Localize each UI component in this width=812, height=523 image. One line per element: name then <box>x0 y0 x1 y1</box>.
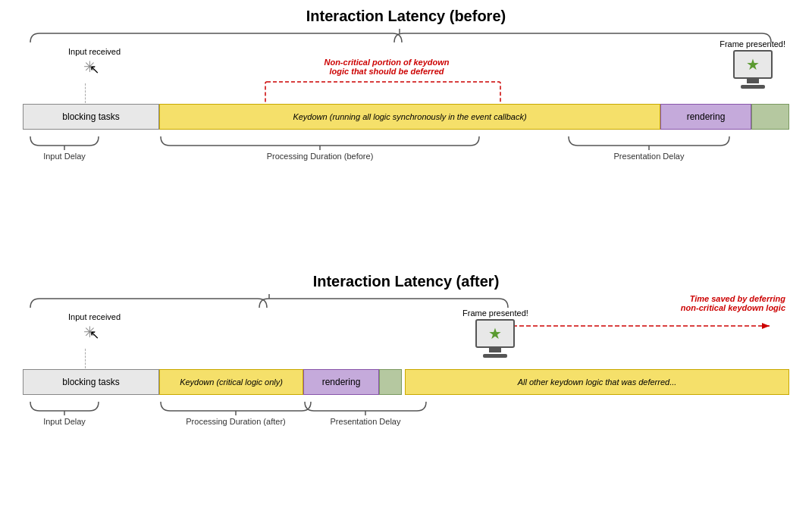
monitor-screen-after: ★ <box>475 319 515 348</box>
red-annotation-before: Non-critical portion of keydown logic th… <box>250 58 523 76</box>
frame-presented-label-before: Frame presented! <box>720 39 785 49</box>
rendering-block-after: rendering <box>303 369 379 395</box>
monitor-base-before <box>741 85 765 89</box>
red-arrow-after <box>23 318 789 334</box>
input-received-after: Input received ✳ ↖ <box>68 312 121 349</box>
before-title: Interaction Latency (before) <box>306 8 506 24</box>
svg-text:Processing Duration (after): Processing Duration (after) <box>186 417 285 426</box>
blocking-tasks-after: blocking tasks <box>23 369 159 395</box>
monitor-after: ★ <box>462 319 528 358</box>
cursor-icon-after: ↖ <box>89 327 99 342</box>
cursor-icon-before: ↖ <box>89 62 99 77</box>
dashed-line-after <box>85 349 86 368</box>
blocking-tasks-before: blocking tasks <box>23 104 159 130</box>
braces-before: Input Delay Processing Duration (before)… <box>23 130 789 161</box>
rendering-block-before: rendering <box>660 104 751 130</box>
dashed-line-before <box>85 83 86 103</box>
monitor-screen-before: ★ <box>733 50 773 79</box>
green-rendering-before <box>751 104 789 130</box>
svg-marker-11 <box>762 323 770 329</box>
top-brace-before <box>23 29 789 45</box>
before-section: Interaction Latency (before) Input recei… <box>23 8 789 48</box>
svg-text:Input Delay: Input Delay <box>43 152 86 161</box>
keydown-block-after: Keydown (critical logic only) <box>159 369 303 395</box>
monitor-base-after <box>483 354 507 358</box>
svg-text:Presentation Delay: Presentation Delay <box>614 152 685 161</box>
svg-text:Input Delay: Input Delay <box>43 417 86 426</box>
star-icon-before: ★ <box>746 57 760 72</box>
braces-after: Input Delay Processing Duration (after) … <box>23 396 789 426</box>
top-brace-after <box>23 294 789 311</box>
green-rendering-after <box>379 369 402 395</box>
input-received-before: Input received ✳ ↖ <box>68 47 121 83</box>
annotation-line2-before: logic that should be deferred <box>330 67 444 76</box>
diagram-container: Interaction Latency (before) Input recei… <box>0 0 812 523</box>
svg-text:Presentation Delay: Presentation Delay <box>331 417 401 426</box>
frame-presented-label-after: Frame presented! <box>462 308 528 318</box>
after-section: Interaction Latency (after) Time saved b… <box>23 273 789 313</box>
input-received-label-before: Input received <box>68 47 121 56</box>
input-received-label-after: Input received <box>68 312 121 321</box>
frame-presented-before: Frame presented! ★ <box>720 39 785 89</box>
after-title: Interaction Latency (after) <box>313 273 500 290</box>
deferred-block-after: All other keydown logic that was deferre… <box>405 369 789 395</box>
monitor-before: ★ <box>720 50 785 89</box>
star-icon-after: ★ <box>488 326 502 341</box>
keydown-block-before: Keydown (running all logic synchronously… <box>159 104 660 130</box>
frame-presented-after: Frame presented! ★ <box>462 308 528 358</box>
annotation-line1-before: Non-critical portion of keydown <box>324 58 449 67</box>
svg-text:Processing Duration (before): Processing Duration (before) <box>267 152 374 161</box>
